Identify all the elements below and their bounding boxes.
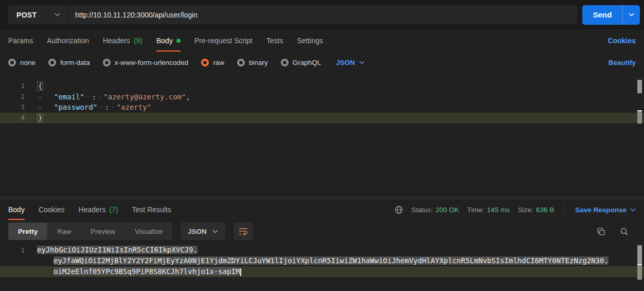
response-tab-cookies[interactable]: Cookies [39,199,65,220]
response-tabs: BodyCookiesHeaders(7)Test Results Status… [0,199,644,220]
chevron-down-icon [359,61,365,64]
response-body-viewer[interactable]: 1eyJhbGciOiJIUzI1NiIsInR5cCI6IkpXVCJ9.ey… [0,245,644,277]
tab-label: Headers [103,37,130,45]
body-mode-label: GraphQL [293,59,321,66]
search-icon [620,227,629,236]
radio-icon [103,59,111,66]
code-token: "azerty@azerty.com" [103,93,186,101]
code-token: · [84,93,92,101]
code-line: 4} [0,113,644,124]
body-language-label: JSON [336,59,355,66]
text-wrap-icon [239,227,248,235]
body-mode-raw[interactable]: raw [201,59,224,66]
response-toolbar: PrettyRawPreviewVisualize JSON [0,220,644,243]
body-mode-label: binary [249,59,268,66]
tab-label: Body [8,206,25,214]
time-label: Time: [467,206,484,214]
request-body-editor[interactable]: 1{2→"email"·:·"azerty@azerty.com",3→"pas… [0,78,644,197]
send-button[interactable]: Send [582,5,623,25]
response-tab-test-results[interactable]: Test Results [132,199,171,220]
url-group: POST http://10.10.11.120:3000/api/user/l… [8,5,577,24]
body-mode-binary[interactable]: binary [237,59,268,66]
status-pair: Status: 200 OK [412,206,459,214]
view-tab-visualize[interactable]: Visualize [125,222,172,240]
spacer [323,29,608,52]
status-value: 200 OK [436,206,459,214]
tab-headers[interactable]: Headers(9) [103,29,142,52]
code-token: } [37,113,43,123]
response-line-content: eyJfaWQiOiI2MjBlY2Y2Y2FiMjEyYzA0NjE1Yjdm… [32,255,609,266]
code-token: · [109,103,116,111]
url-input[interactable]: http://10.10.11.120:3000/api/user/login [68,5,577,24]
body-mode-form-data[interactable]: form-data [48,59,90,66]
code-token: : [105,103,109,111]
radio-icon [281,59,289,66]
radio-icon [48,59,56,66]
time-pair: Time: 145 ms [467,206,510,214]
time-value: 145 ms [487,206,510,214]
code-line-content: } [32,113,43,124]
line-number: 4 [0,113,32,124]
tab-label: Params [8,37,33,45]
save-response-button[interactable]: Save Response [575,206,636,214]
divider [564,204,565,215]
method-select[interactable]: POST [8,5,68,24]
editor-cursor-ruler-mark [637,110,642,124]
save-response-label: Save Response [575,206,627,214]
tab-body[interactable]: Body [156,29,181,52]
tab-count-badge: (7) [109,206,118,214]
code-line: 2→"email"·:·"azerty@azerty.com", [0,92,644,102]
tab-params[interactable]: Params [8,29,33,52]
method-label: POST [16,11,37,19]
chevron-down-icon [630,208,636,212]
tab-label: Test Results [132,206,171,214]
radio-icon [8,59,16,66]
line-number: 3 [0,102,32,113]
response-line: oiM2eElnf05YPc9BSq9PiP8S8KCJh7lvhjo1x-sa… [0,266,644,277]
response-language-select[interactable]: JSON [181,222,225,240]
request-tabs: ParamsAuthorizationHeaders(9)BodyPre-req… [0,29,644,52]
view-tab-raw[interactable]: Raw [47,222,81,240]
copy-icon [597,227,605,236]
cookies-link[interactable]: Cookies [608,37,636,45]
tab-settings[interactable]: Settings [297,29,323,52]
unsaved-dot-icon [176,39,181,43]
send-button-group: Send [582,5,640,25]
editor-scrollbar-thumb[interactable] [637,80,642,93]
tab-tests[interactable]: Tests [266,29,283,52]
tab-label: Settings [297,37,323,45]
view-tab-pretty[interactable]: Pretty [8,222,47,240]
response-line: eyJfaWQiOiI2MjBlY2Y2Y2FiMjEyYzA0NjE1Yjdm… [0,255,644,266]
code-token: · [96,93,103,101]
search-button[interactable] [620,227,629,236]
body-mode-label: none [20,59,35,66]
copy-button[interactable] [597,227,605,236]
code-line: 3→"password"·:·"azerty" [0,102,644,113]
view-tab-preview[interactable]: Preview [81,222,125,240]
body-mode-label: x-www-form-urlencoded [115,59,188,66]
response-tab-headers[interactable]: Headers(7) [79,199,118,220]
line-number: 2 [0,92,32,102]
code-token: "azerty" [117,103,151,111]
body-mode-list: noneform-datax-www-form-urlencodedrawbin… [8,59,321,66]
body-language-select[interactable]: JSON [336,59,365,66]
code-token: "email" [54,93,84,101]
response-tab-body[interactable]: Body [8,199,25,220]
body-mode-graphql[interactable]: GraphQL [281,59,321,66]
wrap-text-button[interactable] [234,222,253,240]
body-mode-none[interactable]: none [8,59,35,66]
response-view-switcher: PrettyRawPreviewVisualize [8,222,172,240]
send-options-button[interactable] [623,5,640,25]
body-mode-x-www-form-urlencoded[interactable]: x-www-form-urlencoded [103,59,188,66]
beautify-link[interactable]: Beautify [609,59,636,66]
line-number: 1 [0,245,32,255]
code-line-content: →"email"·:·"azerty@azerty.com", [32,92,190,102]
tab-label: Cookies [39,206,65,214]
response-line-content: oiM2eElnf05YPc9BSq9PiP8S8KCJh7lvhjo1x-sa… [32,266,241,277]
tab-pre-request-script[interactable]: Pre-request Script [194,29,253,52]
code-token: : [92,93,96,101]
code-token: · [97,103,104,111]
tab-authorization[interactable]: Authorization [47,29,89,52]
code-token: → [37,102,54,113]
code-line-content: →"password"·:·"azerty" [32,102,151,113]
